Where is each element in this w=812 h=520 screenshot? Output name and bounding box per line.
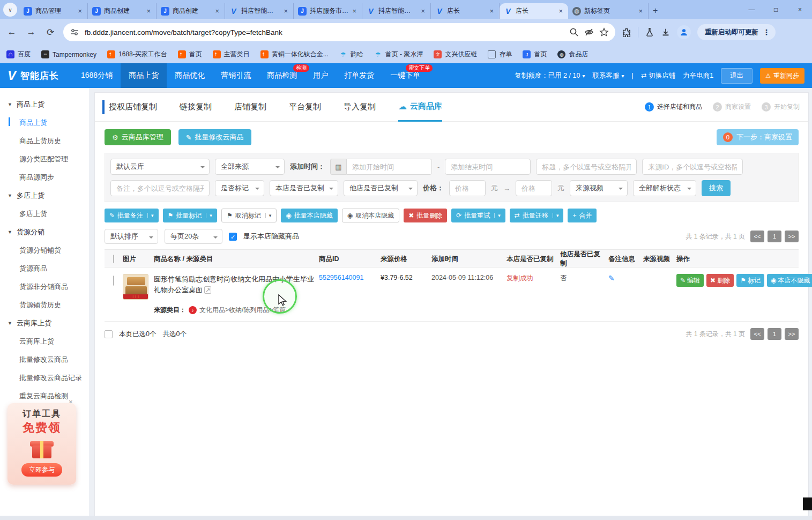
sidebar-item-batch-edit-record[interactable]: 批量修改云商品记录	[0, 369, 89, 387]
minimize-button[interactable]: —	[740, 6, 764, 13]
sidebar-item-supply-distribute[interactable]: 货源分销铺货	[0, 241, 89, 259]
cloud-library-select[interactable]: 默认云库	[110, 159, 210, 175]
price-max-input[interactable]	[516, 180, 552, 196]
logout-button[interactable]: 退出	[721, 68, 753, 84]
note-filter-input[interactable]	[110, 180, 210, 196]
calendar-icon[interactable]	[330, 159, 346, 175]
nav-item-product-upload[interactable]: 商品上货	[121, 63, 167, 88]
cloud-library-manage-button[interactable]: 云商品库管理	[105, 129, 171, 145]
sidebar-item-source-sync[interactable]: 商品源同步	[0, 168, 89, 187]
browser-tab[interactable]: 抖店智能… ×	[362, 3, 431, 19]
unhide-row-button[interactable]: 本店不隐藏	[767, 274, 812, 287]
new-tab-button[interactable]: +	[653, 6, 658, 16]
sidebar-group-product-upload[interactable]: ▼商品上货	[0, 95, 89, 114]
sidebar-item-upload-history[interactable]: 商品上货历史	[0, 132, 89, 150]
search-button[interactable]: 搜索	[702, 180, 731, 196]
browser-tab[interactable]: 商品创建 ×	[88, 3, 157, 19]
tab-close-icon[interactable]: ×	[351, 7, 357, 15]
download-icon[interactable]	[661, 27, 671, 37]
reload-icon[interactable]: ⟳	[44, 27, 57, 38]
browser-tab[interactable]: 新标签页 ×	[568, 3, 649, 19]
next-page-button[interactable]: >>	[785, 231, 799, 242]
browser-tab[interactable]: 商品管理 ×	[19, 3, 88, 19]
delete-row-button[interactable]: 删除	[706, 274, 734, 287]
prev-page-button[interactable]: <<	[750, 231, 764, 242]
page-size-select[interactable]: 每页20条	[165, 229, 222, 244]
switch-shop-button[interactable]: 切换店铺	[641, 71, 675, 80]
bookmark-item[interactable]: 百度	[6, 50, 31, 59]
nav-item-print-ship[interactable]: 打单发货	[336, 63, 382, 88]
sidebar-group-supply[interactable]: ▼货源分销	[0, 223, 89, 241]
app-brand[interactable]: V 智能店长	[8, 68, 59, 83]
browser-tab-active[interactable]: 店长 ×	[500, 3, 568, 19]
tab-close-icon[interactable]: ×	[488, 7, 495, 15]
tab-close-icon[interactable]: ×	[420, 7, 426, 15]
browser-tab[interactable]: 抖店服务市… ×	[294, 3, 362, 19]
next-step-button[interactable]: 0下一步：商家设置	[717, 129, 799, 145]
batch-edit-cloud-button[interactable]: 批量修改云商品	[178, 129, 251, 145]
bookmark-item[interactable]: 首页 - 聚水潭	[374, 50, 423, 59]
edit-row-button[interactable]: 编辑	[676, 274, 704, 287]
tab-link-copy[interactable]: 链接复制	[180, 93, 212, 122]
sidebar-item-multi-shop-upload[interactable]: 多店上货	[0, 205, 89, 223]
start-time-input[interactable]	[346, 159, 432, 175]
browser-tab[interactable]: 店长 ×	[431, 3, 500, 19]
end-time-input[interactable]	[445, 159, 531, 175]
sidebar-item-dup-check[interactable]: 重复云商品检测	[0, 387, 89, 405]
next-page-button[interactable]: >>	[785, 328, 799, 340]
promo-join-button[interactable]: 立即参与	[21, 463, 62, 477]
eye-hidden-icon[interactable]	[584, 27, 594, 37]
resync-button[interactable]: 重新同步	[760, 68, 804, 84]
sidebar-item-batch-edit-cloud[interactable]: 批量修改云商品	[0, 351, 89, 369]
tab-close-icon[interactable]: ×	[637, 7, 644, 15]
select-all-checkbox[interactable]	[113, 255, 114, 263]
tab-search-chevron-icon[interactable]: v	[3, 3, 17, 17]
bookmark-item[interactable]: 文兴供应链	[434, 50, 477, 59]
cancel-hide-button[interactable]: 取消本店隐藏	[342, 209, 399, 222]
tab-authorized-shop-copy[interactable]: 授权店铺复制	[109, 93, 157, 122]
source-id-filter-input[interactable]	[642, 159, 743, 175]
self-copied-select[interactable]: 本店是否已复制	[270, 180, 338, 196]
batch-note-button[interactable]: 批量备注	[105, 209, 159, 222]
tab-import-copy[interactable]: 导入复制	[344, 93, 376, 122]
forward-icon[interactable]: →	[25, 27, 38, 38]
page-number-button[interactable]: 1	[768, 231, 781, 242]
batch-delete-button[interactable]: 批量删除	[404, 209, 447, 222]
sidebar-item-product-upload[interactable]: 商品上货	[0, 114, 89, 132]
bookmark-item[interactable]: 首页	[523, 50, 547, 59]
tab-close-icon[interactable]: ×	[77, 7, 83, 15]
product-id-link[interactable]: 552956140091	[319, 274, 381, 281]
bookmark-item[interactable]: 主营类目	[213, 50, 250, 59]
address-bar[interactable]: fb.dddz.jiancent.com/move/batch/target?c…	[63, 23, 615, 41]
parse-status-select[interactable]: 全部解析状态	[633, 180, 696, 196]
bookmark-item[interactable]: 韵哈	[339, 50, 363, 59]
row-checkbox[interactable]	[113, 276, 114, 286]
footer-select-all-checkbox[interactable]	[105, 330, 113, 338]
flask-icon[interactable]	[645, 27, 654, 37]
tab-close-icon[interactable]: ×	[145, 7, 152, 15]
prev-page-button[interactable]: <<	[750, 328, 764, 340]
mark-select[interactable]: 是否标记	[215, 180, 264, 196]
source-select[interactable]: 全部来源	[215, 159, 285, 175]
tab-close-icon[interactable]: ×	[557, 7, 564, 15]
extensions-puzzle-icon[interactable]	[622, 27, 631, 37]
back-icon[interactable]: ←	[5, 27, 18, 38]
note-pencil-icon[interactable]	[608, 274, 615, 283]
external-link-icon[interactable]	[204, 286, 211, 294]
url-text[interactable]: fb.dddz.jiancent.com/move/batch/target?c…	[85, 28, 564, 36]
batch-hide-button[interactable]: 批量本店隐藏	[281, 209, 337, 222]
profile-avatar[interactable]	[677, 25, 691, 39]
other-copied-select[interactable]: 他店是否已复制	[344, 180, 418, 196]
bookmark-star-icon[interactable]	[599, 27, 609, 37]
bookmark-item[interactable]: 食品店	[557, 50, 588, 59]
page-number-button[interactable]: 1	[768, 328, 781, 340]
sidebar-item-supply-history[interactable]: 货源铺货历史	[0, 296, 89, 314]
close-window-button[interactable]: ×	[788, 6, 812, 13]
source-video-select[interactable]: 来源视频	[570, 180, 628, 196]
kebab-menu-icon[interactable]: ⋮	[763, 28, 770, 36]
sort-order-select[interactable]: 默认排序	[105, 229, 158, 244]
batch-retry-button[interactable]: 批量重试	[451, 209, 505, 222]
batch-mark-button[interactable]: 批量标记	[163, 209, 217, 222]
browser-tab[interactable]: 商品创建 ×	[157, 3, 225, 19]
nav-item-product-check[interactable]: 商品检测检测	[259, 63, 305, 88]
